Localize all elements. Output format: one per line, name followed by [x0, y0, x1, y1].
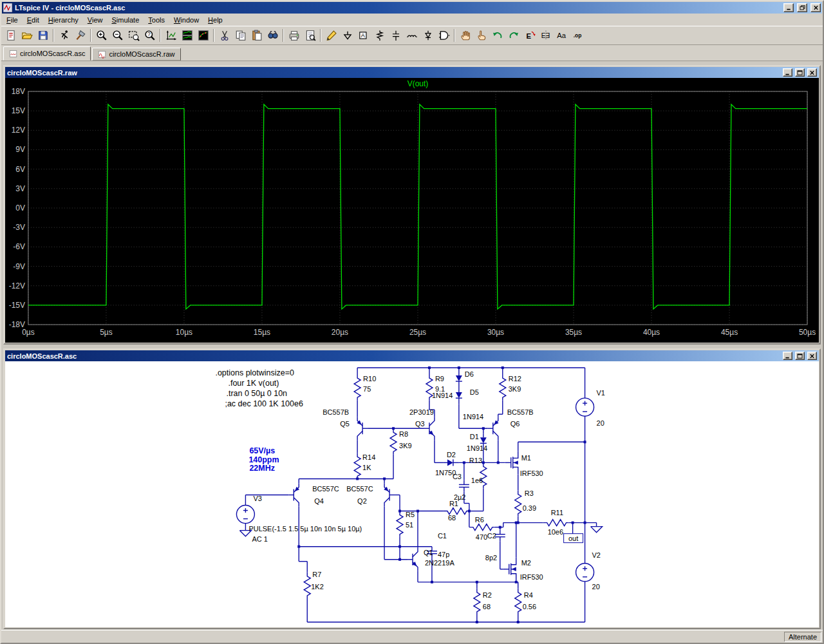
toolbar-button-zoom-full-extents[interactable] [142, 28, 158, 43]
diode-icon [426, 31, 431, 41]
toolbar-button-draw-wire[interactable] [323, 28, 339, 43]
component-value-Q1: 2N2219A [425, 559, 454, 567]
menu-window[interactable]: Window [169, 15, 203, 25]
trace-vout[interactable] [28, 104, 807, 309]
component-value-Q4: BC557C [312, 485, 339, 493]
component-R3[interactable] [515, 490, 521, 516]
toolbar-button-find[interactable] [265, 28, 281, 43]
toolbar-button-redo[interactable] [505, 28, 521, 43]
toolbar-button-move[interactable] [457, 28, 473, 43]
toolbar-button-label-net[interactable] [355, 28, 371, 43]
component-R10[interactable] [354, 374, 360, 400]
component-C2[interactable] [495, 530, 505, 542]
toolbar-button-zoom-back[interactable] [109, 28, 126, 43]
component-Q6[interactable] [488, 417, 499, 440]
toolbar-button-mirror[interactable] [538, 28, 554, 43]
toolbar-button-autorange-y-axis[interactable] [163, 28, 179, 43]
minimize-button[interactable] [783, 3, 794, 12]
toolbar-button-paste[interactable] [248, 28, 265, 43]
save-icon [39, 32, 46, 39]
toolbar-button-place-ground[interactable] [339, 28, 355, 43]
menu-help[interactable]: Help [203, 15, 227, 25]
component-V2[interactable] [576, 564, 594, 582]
menu-simulate[interactable]: Simulate [107, 15, 144, 25]
waveform-minimize-button[interactable] [783, 68, 792, 77]
toolbar-button-print-preview[interactable] [302, 28, 318, 43]
toolbar-button-place-resistor[interactable] [371, 28, 388, 43]
toolbar-button-place-text[interactable] [554, 28, 570, 43]
junction-dot [499, 526, 501, 529]
component-R12[interactable] [500, 374, 506, 400]
waveform-close-button[interactable] [807, 68, 817, 77]
menu-tools[interactable]: Tools [144, 15, 169, 25]
component-R7[interactable] [304, 573, 310, 598]
toolbar-button-mark-data-points[interactable] [195, 28, 211, 43]
toolbar-button-place-capacitor[interactable] [388, 28, 404, 43]
component-R5[interactable] [397, 511, 403, 537]
schematic-minimize-button[interactable] [783, 352, 792, 360]
toolbar-button-place-inductor[interactable] [404, 28, 420, 43]
toolbar-button-copy[interactable] [232, 28, 248, 43]
toolbar-button-undo[interactable] [489, 28, 505, 43]
waveform-window-titlebar[interactable]: circloMOScascR.raw [5, 67, 819, 78]
toolbar-button-zoom-in[interactable] [93, 28, 109, 43]
component-name-D2: D2 [447, 451, 456, 459]
toolbar-button-spice-directive[interactable] [570, 28, 586, 43]
component-Q3[interactable] [424, 417, 435, 440]
component-M2[interactable] [503, 558, 516, 581]
component-R8[interactable] [390, 428, 397, 454]
menu-file[interactable]: File [2, 15, 23, 25]
component-R4[interactable] [515, 589, 521, 614]
schematic-close-button[interactable] [807, 352, 817, 360]
x-tick-label: 10µs [176, 328, 192, 337]
title-bar[interactable]: LTspice IV - circloMOScascR.asc [2, 2, 822, 14]
component-name-R3: R3 [525, 489, 534, 497]
waveform-plot-area[interactable]: 0µs5µs10µs15µs20µs25µs30µs35µs40µs45µs50… [5, 78, 819, 343]
menu-hierarchy[interactable]: Hierarchy [44, 15, 83, 25]
toolbar-button-drag[interactable] [473, 28, 489, 43]
component-R1[interactable] [444, 508, 469, 515]
waveform-maximize-button[interactable] [795, 68, 805, 77]
toolbar-button-halt-simulation[interactable] [72, 28, 88, 43]
menu-view[interactable]: View [83, 15, 108, 25]
close-button[interactable] [810, 3, 821, 12]
toolbar-button-save[interactable] [35, 28, 51, 43]
toolbar-button-rotate[interactable] [521, 28, 538, 43]
toolbar-button-plot-panes[interactable] [179, 28, 195, 43]
tab-circloMOScascR.raw[interactable]: circloMOScascR.raw [92, 48, 180, 61]
component-C3[interactable] [459, 480, 469, 491]
toolbar-button-place-diode[interactable] [420, 28, 436, 43]
toolbar-button-cut[interactable] [216, 28, 232, 43]
component-name-R9: R9 [435, 375, 444, 383]
tab-bar: circloMOScascR.asccircloMOScascR.raw [1, 45, 823, 61]
component-R2[interactable] [474, 589, 480, 614]
y-tick-label: -9V [13, 262, 25, 271]
toolbar-button-new-schematic[interactable] [3, 28, 19, 43]
component-Q5[interactable] [357, 417, 368, 440]
toolbar-button-print[interactable] [286, 28, 302, 43]
tab-label: circloMOScascR.raw [109, 50, 174, 58]
component-V1[interactable] [576, 398, 594, 416]
schematic-maximize-button[interactable] [795, 352, 805, 360]
component-R6[interactable] [469, 524, 495, 531]
toolbar-button-run-simulation[interactable] [56, 28, 72, 43]
component-D6[interactable] [456, 372, 462, 387]
trace-title[interactable]: V(out) [407, 79, 429, 88]
component-R11[interactable] [543, 520, 569, 526]
component-D5[interactable] [456, 388, 462, 404]
component-Q2[interactable] [384, 483, 395, 506]
component-R14[interactable] [354, 453, 360, 478]
component-Q4[interactable] [288, 483, 299, 506]
menu-edit[interactable]: Edit [23, 15, 44, 25]
toolbar-button-zoom-area[interactable] [126, 28, 142, 43]
component-M1[interactable] [505, 451, 518, 474]
component-V3[interactable] [236, 506, 254, 524]
component-Q1[interactable] [407, 548, 418, 571]
restore-button[interactable] [797, 3, 807, 12]
schematic-window-titlebar[interactable]: circloMOScascR.asc [5, 350, 819, 361]
toolbar-button-place-component[interactable] [436, 28, 452, 43]
toolbar-button-open-file[interactable] [19, 28, 35, 43]
schematic-canvas-area[interactable]: R1075R99.1R123K9D61N914D51N914V120Q5BC55… [5, 361, 819, 627]
tab-circloMOScascR.asc[interactable]: circloMOScascR.asc [3, 46, 91, 61]
component-D2[interactable] [444, 459, 459, 466]
